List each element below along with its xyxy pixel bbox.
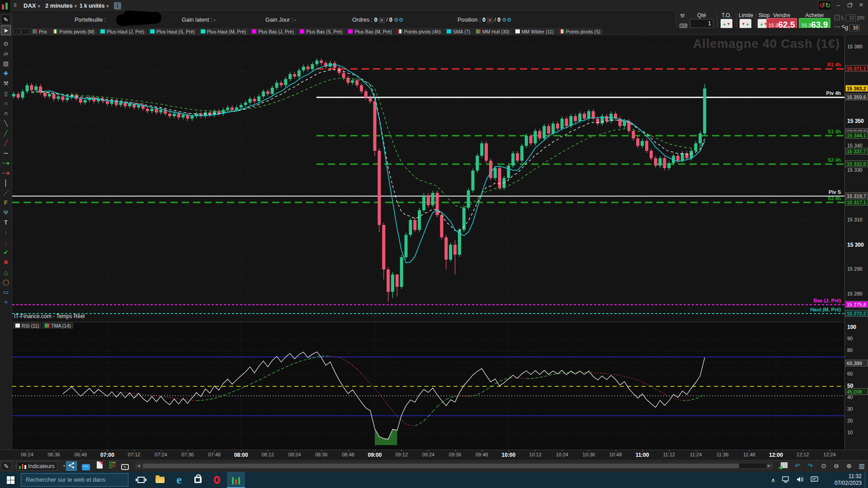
vline-icon[interactable]: │ <box>1 178 11 188</box>
legend-item[interactable]: Points pivots (4h) <box>396 28 443 34</box>
store-button[interactable] <box>189 472 207 488</box>
edge-button[interactable]: e <box>170 472 188 488</box>
ray-red-icon[interactable]: ─● <box>1 169 11 178</box>
l-pts-input[interactable]: 10 <box>846 14 856 21</box>
legend-item[interactable]: MM Hull (30) <box>474 28 512 34</box>
legend-item[interactable]: Plus Haut (S, Pré) <box>148 28 197 34</box>
trash-icon[interactable]: ▯ <box>1 89 11 98</box>
series-down-toggle[interactable]: ↓ <box>13 28 20 34</box>
panel-settings-icon[interactable]: ⚒ <box>680 13 685 19</box>
trading-app-button[interactable] <box>227 472 245 488</box>
legend-item[interactable]: Prix <box>30 28 49 34</box>
channel-icon[interactable]: ⋰ <box>1 188 11 197</box>
link-icon[interactable]: ∞ <box>12 2 19 9</box>
restore-button[interactable] <box>845 1 855 9</box>
zoom-out-button[interactable]: ⊖ <box>831 461 842 471</box>
rsi-panel[interactable]: RSI (11)TMA (14) <box>12 322 844 450</box>
hidden-icons-button[interactable]: ∧ <box>771 477 775 483</box>
legend-item[interactable]: Plus Bas (S, Pré) <box>297 28 345 34</box>
redo-button[interactable]: ↷ <box>805 461 816 471</box>
volume-icon[interactable] <box>796 476 804 484</box>
draw-tool-button[interactable]: ✎ <box>1 461 12 471</box>
l-checkbox[interactable] <box>835 15 840 20</box>
zoom-in-button[interactable]: ⊕ <box>844 461 854 471</box>
share-button[interactable] <box>66 461 77 471</box>
pencil-tool-icon[interactable]: ✎ <box>1 14 11 24</box>
task-view-button[interactable] <box>132 472 150 488</box>
legend-item[interactable]: Plus Bas (J, Pré) <box>250 28 296 34</box>
arrow-up-icon[interactable]: ↑ <box>1 228 11 237</box>
file-explorer-button[interactable] <box>151 472 169 488</box>
text-tool-icon[interactable]: T <box>1 218 11 227</box>
start-button[interactable] <box>0 472 21 488</box>
copy-tool-icon[interactable]: ▤ <box>1 59 11 68</box>
move-tool-icon[interactable]: ✚ <box>1 69 11 78</box>
network-icon[interactable] <box>782 476 790 484</box>
fibonacci-icon[interactable]: F <box>1 198 11 207</box>
chart-window-button[interactable]: ∿ <box>119 461 130 471</box>
undo-button[interactable]: ↶ <box>792 461 803 471</box>
legend-item[interactable]: Plus Haut (M, Pré) <box>198 28 248 34</box>
timeframe-dropdown[interactable]: 2 minutes▾ <box>42 0 80 12</box>
cross-icon[interactable]: ✖ <box>1 258 11 267</box>
main-chart[interactable]: Allemagne 40 Cash (1€) IT-Finance.com - … <box>12 35 844 322</box>
rsi-legend-item[interactable]: RSI (11) <box>13 323 41 328</box>
alarm-off-icon[interactable]: ∩ <box>1 99 11 108</box>
scroll-left-icon[interactable]: ◀ <box>136 464 142 468</box>
legend-item[interactable]: Points pivots (M) <box>51 28 97 34</box>
indicators-button[interactable]: Indicateurs <box>16 461 57 471</box>
close-button[interactable]: × <box>856 1 866 9</box>
time-axis[interactable]: 06:2406:3606:4807:0007:1207:2407:3607:48… <box>0 450 868 460</box>
pitchfork-icon[interactable]: Ψ <box>1 208 11 217</box>
quantity-input[interactable]: 1 <box>690 19 713 28</box>
legend-item[interactable]: SMA (7) <box>444 28 472 34</box>
zoom-tool-icon[interactable]: ⊙ <box>1 39 11 48</box>
ruler-tool-icon[interactable]: ▱ <box>1 49 11 58</box>
triangle-icon[interactable]: △ <box>1 268 11 277</box>
taskbar-clock[interactable]: 11:3207/02/2023 <box>835 473 862 487</box>
position-gear-icon[interactable]: ⚙⚙ <box>502 17 512 23</box>
rectangle-icon[interactable]: ▭ <box>1 288 11 297</box>
trendline-grey-icon[interactable]: ╲ <box>1 119 11 128</box>
orders-gear-icon[interactable]: ⚙⚙ <box>394 17 404 23</box>
horizontal-scrollbar[interactable]: ◀ ▶ <box>136 463 772 469</box>
order-book-button[interactable] <box>107 461 118 471</box>
ray-green-icon[interactable]: ─● <box>1 159 11 168</box>
legend-item[interactable]: MM Wilder (11) <box>513 28 556 34</box>
sync-icon[interactable]: ↺↻ <box>818 0 832 10</box>
tools-icon[interactable]: ⚒ <box>1 79 11 88</box>
scroll-right-icon[interactable]: ▶ <box>766 464 772 468</box>
notifications-icon[interactable] <box>811 476 818 484</box>
minimize-button[interactable]: – <box>833 1 843 9</box>
position-x-icon[interactable]: ✖ <box>487 18 493 23</box>
show-desktop-button[interactable] <box>865 472 868 488</box>
waves-icon[interactable]: ≈ <box>1 298 11 307</box>
check-icon[interactable]: ✔ <box>1 248 11 257</box>
news-button[interactable] <box>94 461 105 471</box>
instrument-dropdown[interactable]: DAX▾ <box>20 0 43 12</box>
ellipse-icon[interactable]: ◯ <box>1 278 11 287</box>
chat-button[interactable]: ··· <box>80 461 91 471</box>
alarm-icon[interactable]: ∩ <box>1 109 11 118</box>
session-calendar-button[interactable] <box>778 461 789 471</box>
hline-icon[interactable]: ─ <box>1 149 11 158</box>
taskbar-search-input[interactable]: Rechercher sur le web et dans Windows <box>21 473 128 487</box>
legend-item[interactable]: Plus Bas (M, Pré) <box>346 28 394 34</box>
zoom-drag-button[interactable]: ⊙ <box>818 461 829 471</box>
legend-item[interactable]: Points pivots (S) <box>557 28 603 34</box>
info-icon[interactable]: i <box>114 2 121 9</box>
trendline-green-icon[interactable]: ╱ <box>1 129 11 138</box>
cursor-tool-icon[interactable]: ➤ <box>1 25 11 35</box>
trendline-red-icon[interactable]: ╱ <box>1 139 11 148</box>
columns-button[interactable]: ▥ <box>856 461 867 471</box>
price-axis[interactable]: 15 38015 35015 34015 33015 31015 30015 2… <box>844 35 868 450</box>
rsi-legend-item[interactable]: TMA (14) <box>42 323 73 328</box>
orders-x-icon[interactable]: ✖ <box>379 18 385 23</box>
scrollbar-thumb[interactable] <box>142 464 739 468</box>
legend-item[interactable]: Plus Haut (J, Pré) <box>98 28 146 34</box>
sg-pts-input[interactable]: 10 <box>849 24 859 31</box>
opera-button[interactable] <box>208 472 226 488</box>
series-up-toggle[interactable]: ↑ <box>22 28 29 34</box>
units-dropdown[interactable]: 1 k unités▾ <box>76 0 112 12</box>
arrow-down-icon[interactable]: ↓ <box>1 238 11 247</box>
